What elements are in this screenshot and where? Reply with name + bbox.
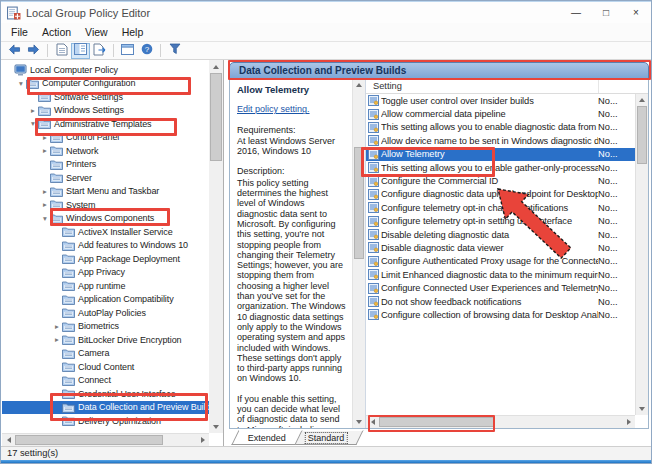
tree-item-delivery-optimization[interactable]: Delivery Optimization: [2, 414, 165, 428]
scroll-up-icon[interactable]: [636, 94, 648, 105]
menu-action[interactable]: Action: [35, 24, 78, 40]
setting-row-configure-diagnostic-data-upload-endpoin[interactable]: Configure diagnostic data upload endpoin…: [366, 188, 635, 201]
tree-item-network[interactable]: ▸Network: [2, 144, 102, 158]
setting-row-configure-connected-user-experiences-and[interactable]: Configure Connected User Experiences and…: [366, 281, 635, 294]
tree-item-autoplay-policies[interactable]: AutoPlay Policies: [2, 306, 150, 320]
tree-item-control-panel[interactable]: ▸Control Panel: [2, 131, 123, 145]
setting-row-configure-the-commercial-id[interactable]: Configure the Commercial IDNo...: [366, 174, 635, 187]
setting-row-do-not-show-feedback-notifications[interactable]: Do not show feedback notificationsNo...: [366, 295, 635, 308]
setting-row-disable-diagnostic-data-viewer[interactable]: Disable diagnostic data viewerNo...: [366, 241, 635, 254]
menu-view[interactable]: View: [78, 24, 115, 40]
setting-name: Allow Telemetry: [381, 149, 598, 159]
filter-button[interactable]: [165, 43, 184, 59]
chevron-right-icon[interactable]: ▸: [40, 187, 50, 196]
setting-row-configure-collection-of-browsing-data-fo[interactable]: Configure collection of browsing data fo…: [366, 308, 635, 321]
tree-item-software-settings[interactable]: Software Settings: [2, 90, 127, 104]
tree-item-windows-components[interactable]: ▾Windows Components: [2, 212, 158, 226]
console-tree-button[interactable]: [71, 43, 90, 59]
list-hscroll-thumb[interactable]: [379, 417, 495, 427]
tree-vertical-scrollbar[interactable]: [209, 60, 223, 433]
setting-row-toggle-user-control-over-insider-builds[interactable]: Toggle user control over Insider buildsN…: [366, 94, 635, 107]
tree-item-administrative-templates[interactable]: ▾Administrative Templates: [2, 117, 155, 131]
maximize-button[interactable]: □: [591, 2, 621, 23]
scroll-right-icon[interactable]: [623, 416, 635, 428]
forward-button[interactable]: [24, 43, 43, 59]
tree-item-data-collection-and-preview-builds[interactable]: Data Collection and Preview Builds: [2, 401, 209, 415]
tree-item-add-features-to-windows-10[interactable]: Add features to Windows 10: [2, 239, 192, 253]
scroll-down-icon[interactable]: [636, 404, 648, 415]
tree-item-cloud-content[interactable]: Cloud Content: [2, 360, 138, 374]
setting-row-this-setting-allows-you-to-enable-gather[interactable]: This setting allows you to enable gather…: [366, 161, 635, 174]
tree-item-activex-installer-service[interactable]: ActiveX Installer Service: [2, 225, 177, 239]
menu-help[interactable]: Help: [115, 24, 151, 40]
setting-row-configure-authenticated-proxy-usage-for-[interactable]: Configure Authenticated Proxy usage for …: [366, 255, 635, 268]
tree-item-label: Control Panel: [66, 132, 119, 142]
tree-item-server[interactable]: Server: [2, 171, 96, 185]
state-column-header[interactable]: [598, 79, 648, 93]
tree-item-app-privacy[interactable]: App Privacy: [2, 266, 129, 280]
setting-row-allow-telemetry[interactable]: Allow TelemetryNo...: [366, 148, 635, 161]
setting-name: This setting allows you to enable gather…: [381, 163, 598, 173]
scroll-up-icon[interactable]: [209, 60, 223, 72]
scroll-left-icon[interactable]: [2, 434, 14, 446]
tree-item-windows-settings[interactable]: ▸Windows Settings: [2, 104, 128, 118]
tree-item-application-compatibility[interactable]: Application Compatibility: [2, 293, 178, 307]
chevron-down-icon[interactable]: ▾: [40, 214, 50, 223]
menu-file[interactable]: File: [4, 24, 35, 40]
tree-item-camera[interactable]: Camera: [2, 347, 113, 361]
export-list-button[interactable]: [90, 43, 109, 59]
console-tree-panel: Local Computer Policy▾Computer Configura…: [2, 60, 224, 446]
list-horizontal-scrollbar[interactable]: [366, 415, 635, 428]
help-button[interactable]: ?: [137, 43, 156, 59]
list-vscroll-thumb[interactable]: [637, 106, 647, 164]
tree-item-local-computer-policy[interactable]: Local Computer Policy: [2, 63, 122, 77]
window-button[interactable]: [118, 43, 137, 59]
tree-item-start-menu-and-taskbar[interactable]: ▸Start Menu and Taskbar: [2, 185, 163, 199]
tree-item-biometrics[interactable]: ▸Biometrics: [2, 320, 123, 334]
folder-icon: [62, 321, 76, 332]
chevron-right-icon[interactable]: ▸: [40, 200, 50, 209]
tree-item-system[interactable]: ▸System: [2, 198, 99, 212]
scroll-right-icon[interactable]: [197, 434, 209, 446]
desc-vscroll-thumb[interactable]: [354, 147, 364, 259]
list-vertical-scrollbar[interactable]: [635, 94, 648, 415]
setting-row-this-setting-allows-you-to-enable-diagno[interactable]: This setting allows you to enable diagno…: [366, 121, 635, 134]
scroll-down-icon[interactable]: [353, 417, 365, 428]
tree-item-credential-user-interface[interactable]: Credential User Interface: [2, 387, 180, 401]
setting-row-disable-deleting-diagnostic-data[interactable]: Disable deleting diagnostic dataNo...: [366, 228, 635, 241]
setting-row-allow-device-name-to-be-sent-in-windows-[interactable]: Allow device name to be sent in Windows …: [366, 134, 635, 147]
document-button[interactable]: [52, 43, 71, 59]
scroll-left-icon[interactable]: [366, 416, 378, 428]
tree-item-bitlocker-drive-encryption[interactable]: ▸BitLocker Drive Encryption: [2, 333, 185, 347]
setting-column-header[interactable]: Setting: [366, 81, 598, 91]
minimize-button[interactable]: —: [561, 2, 591, 23]
chevron-right-icon[interactable]: ▸: [40, 146, 50, 155]
tree-horizontal-scrollbar[interactable]: [2, 433, 209, 446]
chevron-right-icon[interactable]: ▸: [40, 133, 50, 142]
setting-row-configure-telemetry-opt-in-setting-user-[interactable]: Configure telemetry opt-in setting user …: [366, 215, 635, 228]
chevron-right-icon[interactable]: ▸: [52, 335, 62, 344]
chevron-right-icon[interactable]: ▸: [28, 106, 38, 115]
tree-item-app-runtime[interactable]: App runtime: [2, 279, 129, 293]
tree-item-app-package-deployment[interactable]: App Package Deployment: [2, 252, 184, 266]
chevron-down-icon[interactable]: ▾: [16, 79, 26, 88]
setting-row-configure-telemetry-opt-in-change-notifi[interactable]: Configure telemetry opt-in change notifi…: [366, 201, 635, 214]
tree-item-printers[interactable]: Printers: [2, 158, 100, 172]
description-vertical-scrollbar[interactable]: [352, 79, 365, 428]
edit-policy-setting-link[interactable]: Edit policy setting.: [237, 104, 347, 114]
tab-extended[interactable]: Extended: [231, 430, 302, 445]
tree-item-connect[interactable]: Connect: [2, 374, 115, 388]
back-button[interactable]: [5, 43, 24, 59]
close-button[interactable]: ×: [621, 2, 651, 23]
tree-hscroll-thumb[interactable]: [15, 435, 163, 445]
setting-row-limit-enhanced-diagnostic-data-to-the-mi[interactable]: Limit Enhanced diagnostic data to the mi…: [366, 268, 635, 281]
scroll-down-icon[interactable]: [209, 421, 223, 433]
folder-icon: [26, 78, 40, 89]
tree-vscroll-thumb[interactable]: [210, 73, 222, 161]
setting-row-allow-commercial-data-pipeline[interactable]: Allow commercial data pipelineNo...: [366, 107, 635, 120]
chevron-down-icon[interactable]: ▾: [28, 119, 38, 128]
chevron-right-icon[interactable]: ▸: [52, 322, 62, 331]
scroll-up-icon[interactable]: [353, 79, 365, 90]
policy-icon: [366, 242, 381, 253]
tree-item-computer-configuration[interactable]: ▾Computer Configuration: [2, 77, 139, 91]
